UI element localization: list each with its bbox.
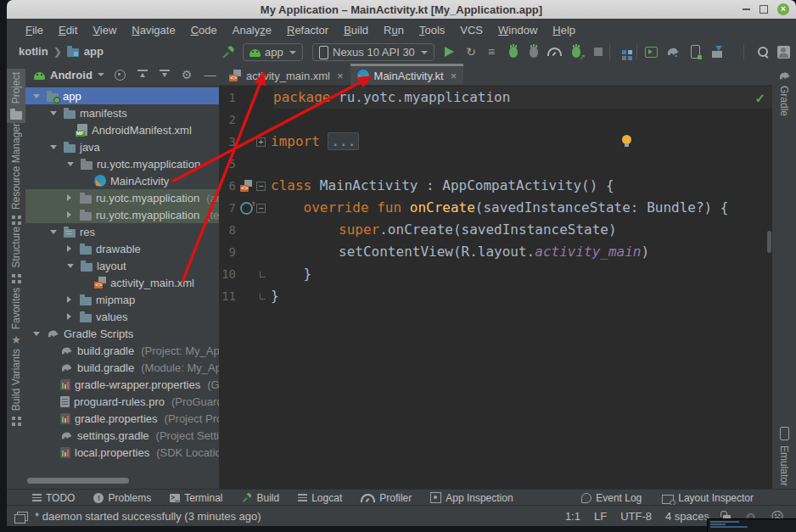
settings-button[interactable]: ⚙ bbox=[182, 68, 193, 81]
project-view-selector[interactable]: Android bbox=[50, 69, 92, 81]
code-line[interactable]: 10 } bbox=[219, 263, 772, 285]
tool-stripe-resource-manager[interactable]: Resource Manager bbox=[7, 120, 25, 229]
menu-code[interactable]: Code bbox=[184, 22, 224, 38]
tool-stripe-project[interactable]: Project bbox=[7, 69, 25, 123]
toolwindow-button-todo[interactable]: TODO bbox=[32, 492, 75, 504]
tree-item-ru-yotc-myapplication[interactable]: ru.yotc.myapplication bbox=[25, 155, 219, 172]
tool-stripe-build-variants[interactable]: Build Variants bbox=[7, 345, 25, 430]
profile-app-button[interactable] bbox=[526, 45, 541, 59]
chevron-icon[interactable] bbox=[67, 245, 71, 252]
menu-vcs[interactable]: VCS bbox=[453, 22, 490, 38]
toolwindow-button-profiler[interactable]: Profiler bbox=[361, 492, 412, 504]
tool-window-toggle-icon[interactable] bbox=[17, 512, 28, 521]
caret-position-widget[interactable]: 1:1 bbox=[565, 510, 580, 523]
close-icon[interactable]: × bbox=[337, 70, 344, 82]
indent-widget[interactable]: 4 spaces bbox=[665, 510, 709, 523]
tree-item-gradle-properties-project-properties[interactable]: gradle.properties(Project Properties) bbox=[25, 410, 219, 427]
title-bar[interactable]: My Application – MainActivity.kt [My_App… bbox=[7, 0, 796, 19]
tree-item-settings-gradle-project-settings[interactable]: settings.gradle(Project Settings) bbox=[25, 427, 219, 444]
encoding-widget[interactable]: UTF-8 bbox=[620, 510, 652, 523]
menu-build[interactable]: Build bbox=[337, 22, 375, 38]
close-button[interactable]: × bbox=[777, 3, 789, 15]
chevron-icon[interactable] bbox=[50, 145, 57, 149]
tree-item-app[interactable]: app bbox=[25, 87, 219, 104]
editor-tab-activity-main-xml[interactable]: <>activity_main.xml× bbox=[222, 64, 350, 85]
chevron-icon[interactable] bbox=[67, 264, 74, 268]
tree-item-local-properties-sdk-location[interactable]: local.properties(SDK Location) bbox=[25, 444, 219, 461]
menu-view[interactable]: View bbox=[86, 22, 123, 38]
fold-marker[interactable] bbox=[260, 294, 266, 300]
chevron-icon[interactable] bbox=[67, 313, 71, 320]
toolwindow-button-logcat[interactable]: Logcat bbox=[298, 492, 342, 504]
device-manager-button[interactable] bbox=[687, 45, 703, 59]
code-line[interactable]: 5 bbox=[219, 153, 772, 175]
collapse-all-button[interactable] bbox=[160, 70, 170, 80]
toolwindow-button-event-log[interactable]: Event Log bbox=[581, 492, 642, 504]
menu-tools[interactable]: Tools bbox=[412, 22, 451, 38]
toolwindow-button-problems[interactable]: !Problems bbox=[93, 492, 151, 504]
tree-item-drawable[interactable]: drawable bbox=[25, 240, 219, 257]
code-line[interactable]: 2 bbox=[219, 109, 772, 131]
search-everywhere-button[interactable] bbox=[755, 45, 771, 59]
tree-item-gradle-scripts[interactable]: Gradle Scripts bbox=[25, 325, 219, 342]
inspections-ok-icon[interactable]: ✓ bbox=[754, 91, 765, 106]
tree-item-mainactivity[interactable]: MainActivity bbox=[25, 172, 219, 189]
device-selector[interactable]: Nexus 10 API 30 bbox=[312, 43, 434, 61]
tree-item-manifests[interactable]: manifests bbox=[25, 104, 219, 121]
fold-marker[interactable]: − bbox=[256, 182, 266, 191]
chevron-icon[interactable] bbox=[33, 94, 40, 98]
fold-marker[interactable] bbox=[260, 272, 266, 277]
breadcrumb-module[interactable]: app bbox=[84, 45, 104, 58]
apply-code-changes-button[interactable]: ≡ bbox=[484, 45, 499, 59]
chevron-icon[interactable] bbox=[67, 211, 71, 218]
code-line[interactable]: 7− override fun onCreate(savedInstanceSt… bbox=[219, 197, 772, 219]
tool-stripe-gradle[interactable]: Gradle bbox=[772, 67, 796, 120]
sync-gradle-button[interactable] bbox=[665, 45, 681, 59]
code-line[interactable]: 8 super.onCreate(savedInstanceState) bbox=[219, 219, 772, 241]
run-configuration-selector[interactable]: app bbox=[243, 43, 303, 61]
editor-scrollbar[interactable] bbox=[767, 231, 771, 253]
menu-window[interactable]: Window bbox=[491, 22, 544, 38]
logcat-window-button[interactable] bbox=[643, 45, 659, 59]
toolwindow-button-app-inspection[interactable]: App Inspection bbox=[430, 492, 513, 504]
tree-item-values[interactable]: values bbox=[25, 308, 219, 325]
profile-avatar-button[interactable] bbox=[776, 45, 791, 59]
chevron-icon[interactable] bbox=[67, 162, 74, 166]
tree-item-androidmanifest-xml[interactable]: MFAndroidManifest.xml bbox=[25, 121, 219, 138]
code-editor[interactable]: 1package ru.yotc.myapplication23+import … bbox=[219, 87, 772, 307]
toolwindow-button-layout-inspector[interactable]: Layout Inspector bbox=[662, 492, 754, 504]
line-ending-widget[interactable]: LF bbox=[594, 510, 607, 523]
tree-item-java[interactable]: java bbox=[25, 138, 219, 155]
fold-marker[interactable]: − bbox=[256, 204, 266, 213]
menu-navigate[interactable]: Navigate bbox=[125, 22, 182, 38]
menu-edit[interactable]: Edit bbox=[52, 22, 84, 38]
tree-item-build-gradle-module-my-application-app[interactable]: build.gradle(Module: My_Application.app) bbox=[25, 359, 219, 376]
tool-stripe-structure[interactable]: Structure bbox=[7, 223, 25, 288]
breadcrumb-root[interactable]: kotlin bbox=[19, 45, 48, 58]
menu-analyze[interactable]: Analyze bbox=[226, 22, 278, 38]
debug-button[interactable] bbox=[506, 45, 521, 59]
project-structure-button[interactable] bbox=[616, 45, 631, 59]
notification-popup[interactable] bbox=[707, 518, 796, 532]
attach-debugger-button[interactable] bbox=[569, 45, 584, 59]
code-line[interactable]: 9 setContentView(R.layout.activity_main) bbox=[219, 241, 772, 263]
chevron-icon[interactable] bbox=[50, 230, 57, 234]
tree-item-res[interactable]: res bbox=[25, 223, 219, 240]
code-line[interactable]: 6<>−class MainActivity : AppCompatActivi… bbox=[219, 175, 772, 197]
toolwindow-button-build[interactable]: Build bbox=[242, 492, 280, 504]
menu-refactor[interactable]: Refactor bbox=[280, 22, 335, 38]
chevron-icon[interactable] bbox=[67, 194, 71, 201]
fold-marker[interactable]: + bbox=[256, 137, 266, 147]
restore-button[interactable] bbox=[760, 5, 768, 14]
quickfix-bulb-icon[interactable] bbox=[622, 135, 631, 144]
expand-all-button[interactable] bbox=[137, 70, 148, 80]
status-message[interactable]: * daemon started successfully (3 minutes… bbox=[35, 510, 261, 523]
chevron-icon[interactable] bbox=[67, 296, 71, 303]
hide-panel-button[interactable]: — bbox=[204, 68, 216, 81]
toolwindow-button-terminal[interactable]: >_Terminal bbox=[170, 492, 222, 504]
menu-help[interactable]: Help bbox=[546, 22, 582, 38]
tree-item-mipmap[interactable]: mipmap bbox=[25, 291, 219, 308]
sdk-manager-button[interactable] bbox=[709, 45, 725, 59]
profiler-button[interactable] bbox=[547, 45, 562, 59]
tool-stripe-emulator[interactable]: Emulator bbox=[772, 423, 796, 490]
